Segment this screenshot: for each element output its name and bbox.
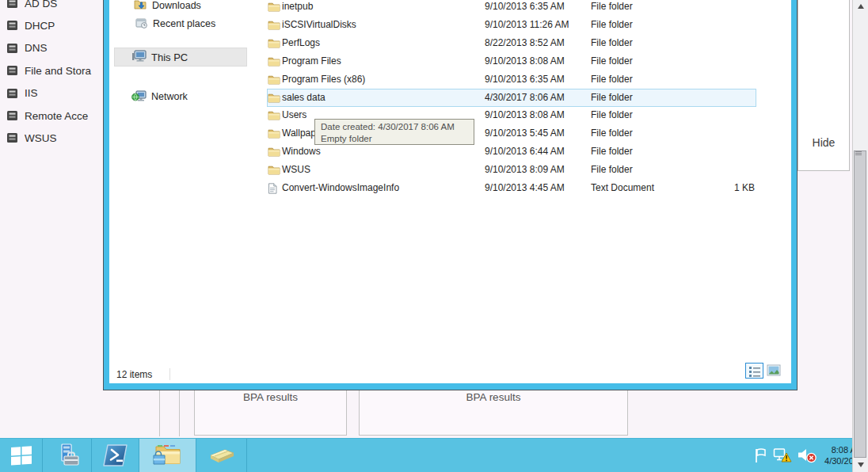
nav-item-label: This PC: [151, 51, 188, 63]
nav-item-label: Downloads: [152, 0, 201, 11]
sidebar-item-file-and-stora[interactable]: File and Stora: [6, 62, 104, 79]
file-date-modified: 9/10/2013 5:45 AM: [485, 124, 565, 143]
sidebar-item-label: File and Stora: [25, 65, 91, 77]
tooltip-line-1: Date created: 4/30/2017 8:06 AM: [321, 121, 474, 133]
sidebar-item-label: DNS: [25, 42, 48, 54]
nav-item-downloads[interactable]: Downloads: [134, 0, 284, 13]
file-type: File folder: [591, 34, 633, 52]
file-name: PerfLogs: [282, 34, 320, 52]
scrollbar-grip: [855, 151, 862, 155]
file-name: sales data: [282, 89, 326, 107]
folder-icon: [268, 110, 280, 120]
file-date-modified: 9/10/2013 6:35 AM: [485, 0, 565, 16]
scroll-down-arrow-icon[interactable]: [853, 459, 868, 471]
hide-button[interactable]: Hide: [798, 0, 850, 171]
file-row-perflogs[interactable]: PerfLogs8/22/2013 8:52 AMFile folder: [267, 34, 756, 52]
sidebar-item-remote-acce[interactable]: Remote Acce: [6, 107, 104, 124]
file-name: Program Files: [282, 52, 341, 70]
ad-ds-icon: [6, 0, 18, 9]
large-icons-view-button[interactable]: [766, 363, 782, 379]
explorer-content: Downloads Recent places This PC Network …: [109, 0, 791, 383]
network-icon: [131, 89, 147, 105]
sidebar-item-ad-ds[interactable]: AD DS: [6, 0, 104, 12]
downloads-icon: [134, 0, 147, 13]
file-name: Program Files (x86): [282, 70, 365, 89]
file-row-windows[interactable]: Windows9/10/2013 6:44 AMFile folder: [267, 143, 756, 161]
item-count-label: 12 items: [116, 369, 152, 380]
iis-icon: [6, 88, 18, 99]
file-type: File folder: [591, 106, 633, 124]
server-manager-sidebar: AD DSDHCPDNSFile and StoraIISRemote Acce…: [0, 0, 104, 158]
file-name: inetpub: [282, 0, 313, 16]
folder-tooltip: Date created: 4/30/2017 8:06 AM Empty fo…: [314, 119, 474, 145]
file-explorer-icon: [152, 443, 184, 468]
file-size: 1 KB: [699, 179, 755, 197]
sidebar-item-label: WSUS: [25, 132, 57, 144]
file-date-modified: 8/22/2013 8:52 AM: [485, 34, 565, 52]
nav-item-label: Network: [151, 91, 188, 102]
sidebar-item-dns[interactable]: DNS: [6, 40, 104, 57]
file-row-sales-data[interactable]: sales data4/30/2017 8:06 AMFile folder: [267, 89, 756, 107]
book-taskbar-button[interactable]: [196, 439, 247, 472]
file-row-wsus[interactable]: WSUS9/10/2013 8:09 AMFile folder: [267, 161, 756, 179]
desktop-screen: AD DSDHCPDNSFile and StoraIISRemote Acce…: [0, 0, 868, 472]
file-date-modified: 4/30/2017 8:06 AM: [485, 89, 565, 107]
file-row-program-files[interactable]: Program Files9/10/2013 8:08 AMFile folde…: [267, 52, 756, 70]
folder-icon: [268, 56, 280, 67]
book-icon: [206, 445, 238, 466]
windows-start-icon: [10, 444, 33, 466]
sidebar-item-label: IIS: [25, 87, 38, 99]
bpa-results-label: BPA results: [466, 391, 521, 403]
powershell-taskbar-button[interactable]: [92, 439, 139, 472]
file-row-convert-windowsimageinfo[interactable]: Convert-WindowsImageInfo9/10/2013 4:45 A…: [267, 179, 756, 197]
recent-places-icon: [135, 17, 148, 31]
folder-icon: [268, 147, 280, 157]
file-row-inetpub[interactable]: inetpub9/10/2013 6:35 AMFile folder: [267, 0, 756, 16]
sidebar-item-iis[interactable]: IIS: [6, 85, 104, 102]
file-name: Windows: [282, 143, 321, 161]
nav-item-recent-places[interactable]: Recent places: [135, 16, 286, 32]
file-type: File folder: [591, 70, 633, 89]
file-type: Text Document: [591, 179, 654, 197]
file-explorer-taskbar-button[interactable]: [139, 439, 196, 472]
explorer-status-bar: 12 items: [109, 366, 791, 383]
outer-vertical-scrollbar[interactable]: [852, 0, 868, 472]
nav-item-network[interactable]: Network: [131, 89, 282, 105]
bpa-results-tile-2[interactable]: BPA results: [359, 390, 628, 436]
sidebar-item-wsus[interactable]: WSUS: [6, 129, 104, 147]
server-manager-icon: [55, 443, 80, 468]
folder-icon: [268, 165, 280, 175]
nav-item-this-pc[interactable]: This PC: [131, 49, 282, 65]
dhcp-icon: [6, 20, 18, 31]
network-warning-icon[interactable]: [773, 447, 792, 464]
file-date-modified: 9/10/2013 4:45 AM: [485, 179, 565, 197]
file-and-storage-icon: [6, 65, 18, 76]
file-row-program-files-x86-[interactable]: Program Files (x86)9/10/2013 6:35 AMFile…: [267, 70, 756, 89]
nav-item-label: Recent places: [153, 18, 215, 29]
action-center-flag-icon[interactable]: [753, 447, 768, 464]
taskbar: 8:08 AM 4/30/2017: [0, 438, 868, 472]
file-type: File folder: [591, 52, 633, 70]
file-row-iscsivirtualdisks[interactable]: iSCSIVirtualDisks9/10/2013 11:26 AMFile …: [267, 16, 756, 34]
details-view-button[interactable]: [745, 363, 763, 379]
scroll-up-arrow-icon[interactable]: [853, 0, 868, 13]
start-button[interactable]: [0, 439, 43, 472]
wsus-icon: [6, 132, 18, 143]
folder-icon: [268, 93, 280, 103]
sidebar-item-label: DHCP: [25, 20, 55, 32]
file-type: File folder: [591, 89, 633, 107]
folder-icon: [268, 2, 280, 12]
file-date-modified: 9/10/2013 8:08 AM: [485, 106, 565, 124]
scrollbar-thumb[interactable]: [854, 150, 866, 458]
dashboard-grid-line: [179, 390, 180, 436]
hide-button-label: Hide: [798, 136, 849, 149]
sidebar-item-dhcp[interactable]: DHCP: [6, 17, 104, 34]
server-manager-taskbar-button[interactable]: [43, 439, 92, 472]
file-type: File folder: [591, 124, 633, 143]
file-type: File folder: [591, 16, 633, 34]
bpa-results-label: BPA results: [243, 391, 298, 403]
bpa-results-tile-1[interactable]: BPA results: [194, 390, 347, 436]
this-pc-icon: [131, 50, 147, 65]
dns-icon: [6, 43, 18, 54]
tooltip-line-2: Empty folder: [321, 133, 474, 145]
